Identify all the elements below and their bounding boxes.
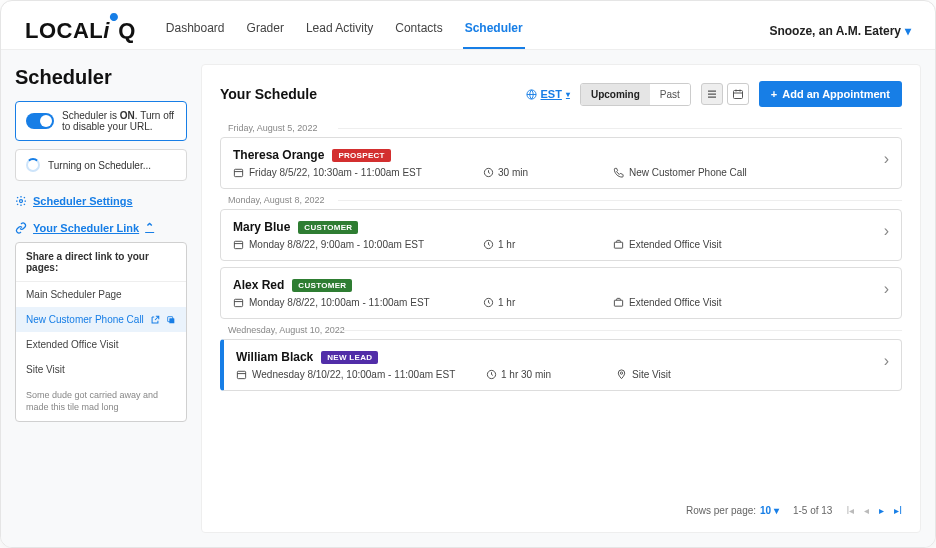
panel-heading: Share a direct link to your pages:: [16, 243, 186, 282]
calendar-icon: [233, 239, 244, 250]
toggle-switch[interactable]: [26, 113, 54, 129]
chevron-right-icon: ›: [884, 352, 889, 370]
appointment-card[interactable]: William BlackNEW LEADWednesday 8/10/22, …: [220, 339, 902, 391]
scheduler-settings-link[interactable]: Scheduler Settings: [15, 195, 187, 207]
nav-dashboard[interactable]: Dashboard: [164, 13, 227, 49]
scheduler-link-toggle[interactable]: Your Scheduler Link ⌃: [15, 221, 187, 234]
appointment-type: Site Visit: [632, 369, 671, 380]
nav-lead-activity[interactable]: Lead Activity: [304, 13, 375, 49]
panel-item-extended-office-visit[interactable]: Extended Office Visit: [16, 332, 186, 357]
caret-down-icon: ▾: [905, 24, 911, 38]
briefcase-icon: [613, 297, 624, 308]
toggle-caption: Scheduler is ON. Turn off to disable you…: [62, 110, 176, 132]
first-page-button[interactable]: I◂: [846, 505, 854, 516]
clock-icon: [483, 167, 494, 178]
panel-item-new-customer-phone-call[interactable]: New Customer Phone Call: [16, 307, 186, 332]
calendar-icon: [233, 167, 244, 178]
nav-scheduler[interactable]: Scheduler: [463, 13, 525, 49]
appointment-duration: 1 hr: [498, 297, 515, 308]
chevron-right-icon: ›: [884, 222, 889, 240]
scheduler-link-panel: Share a direct link to your pages: Main …: [15, 242, 187, 422]
globe-icon: [526, 89, 537, 100]
timezone-selector[interactable]: EST ▾: [526, 88, 570, 100]
date-group-label: Friday, August 5, 2022: [228, 123, 902, 133]
svg-point-0: [20, 200, 23, 203]
svg-point-25: [620, 372, 622, 374]
loading-text: Turning on Scheduler...: [48, 160, 151, 171]
status-badge: PROSPECT: [332, 149, 390, 162]
appointment-type: New Customer Phone Call: [629, 167, 747, 178]
briefcase-icon: [613, 239, 624, 250]
calendar-view-button[interactable]: [727, 83, 749, 105]
appointment-card[interactable]: Theresa OrangePROSPECTFriday 8/5/22, 10:…: [220, 137, 902, 189]
panel-item-site-visit[interactable]: Site Visit: [16, 357, 186, 382]
svg-rect-18: [234, 299, 242, 306]
plus-icon: +: [771, 88, 777, 100]
appointment-type: Extended Office Visit: [629, 297, 721, 308]
appointment-name: Alex Red: [233, 278, 284, 292]
clock-icon: [483, 297, 494, 308]
past-button[interactable]: Past: [650, 84, 690, 105]
calendar-icon: [732, 88, 744, 100]
appointment-name: William Black: [236, 350, 313, 364]
phone-icon: [613, 167, 624, 178]
upcoming-button[interactable]: Upcoming: [581, 84, 650, 105]
appointment-card[interactable]: Mary BlueCUSTOMERMonday 8/8/22, 9:00am -…: [220, 209, 902, 261]
chevron-up-icon: ⌃: [145, 221, 154, 234]
svg-rect-17: [614, 242, 622, 248]
list-view-button[interactable]: [701, 83, 723, 105]
copy-icon[interactable]: [166, 315, 176, 325]
svg-rect-21: [614, 300, 622, 306]
last-page-button[interactable]: ▸I: [894, 505, 902, 516]
appointment-time: Wednesday 8/10/22, 10:00am - 11:00am EST: [252, 369, 455, 380]
list-icon: [706, 88, 718, 100]
clock-icon: [486, 369, 497, 380]
date-group-label: Wednesday, August 10, 2022: [228, 325, 902, 335]
status-badge: CUSTOMER: [292, 279, 352, 292]
scheduler-loading-card: Turning on Scheduler...: [15, 149, 187, 181]
svg-rect-11: [234, 169, 242, 176]
appointment-duration: 1 hr 30 min: [501, 369, 551, 380]
calendar-icon: [233, 297, 244, 308]
clock-icon: [483, 239, 494, 250]
gear-icon: [15, 195, 27, 207]
pagination: Rows per page: 10 ▾ 1-5 of 13 I◂ ◂ ▸ ▸I: [220, 495, 902, 516]
appointment-time: Monday 8/8/22, 10:00am - 11:00am EST: [249, 297, 430, 308]
rows-per-page-label: Rows per page:: [686, 505, 756, 516]
add-appointment-button[interactable]: + Add an Appointment: [759, 81, 902, 107]
svg-rect-22: [237, 371, 245, 378]
link-icon: [15, 222, 27, 234]
rows-per-page-select[interactable]: 10 ▾: [760, 505, 779, 516]
time-range-segment: Upcoming Past: [580, 83, 691, 106]
svg-rect-7: [733, 91, 742, 99]
account-name: Snooze, an A.M. Eatery: [769, 24, 901, 38]
page-title: Scheduler: [15, 66, 187, 89]
chevron-right-icon: ›: [884, 150, 889, 168]
appointment-card[interactable]: Alex RedCUSTOMERMonday 8/8/22, 10:00am -…: [220, 267, 902, 319]
svg-rect-14: [234, 241, 242, 248]
appointment-duration: 30 min: [498, 167, 528, 178]
open-icon[interactable]: [150, 315, 160, 325]
status-badge: NEW LEAD: [321, 351, 378, 364]
appointment-name: Theresa Orange: [233, 148, 324, 162]
page-range: 1-5 of 13: [793, 505, 832, 516]
prev-page-button[interactable]: ◂: [864, 505, 869, 516]
appointment-duration: 1 hr: [498, 239, 515, 250]
nav-contacts[interactable]: Contacts: [393, 13, 444, 49]
account-switcher[interactable]: Snooze, an A.M. Eatery ▾: [769, 24, 911, 38]
appointment-time: Monday 8/8/22, 9:00am - 10:00am EST: [249, 239, 424, 250]
appointment-type: Extended Office Visit: [629, 239, 721, 250]
panel-item-main-scheduler-page[interactable]: Main Scheduler Page: [16, 282, 186, 307]
scheduler-toggle-card[interactable]: Scheduler is ON. Turn off to disable you…: [15, 101, 187, 141]
brand-logo: LOCALi•Q: [25, 18, 136, 44]
chevron-down-icon: ▾: [566, 90, 570, 99]
appointment-name: Mary Blue: [233, 220, 290, 234]
next-page-button[interactable]: ▸: [879, 505, 884, 516]
nav-grader[interactable]: Grader: [245, 13, 286, 49]
date-group-label: Monday, August 8, 2022: [228, 195, 902, 205]
svg-rect-1: [169, 318, 174, 323]
appointment-time: Friday 8/5/22, 10:30am - 11:00am EST: [249, 167, 422, 178]
calendar-icon: [236, 369, 247, 380]
panel-help-text: Some dude got carried away and made this…: [16, 382, 186, 421]
pin-icon: [616, 369, 627, 380]
